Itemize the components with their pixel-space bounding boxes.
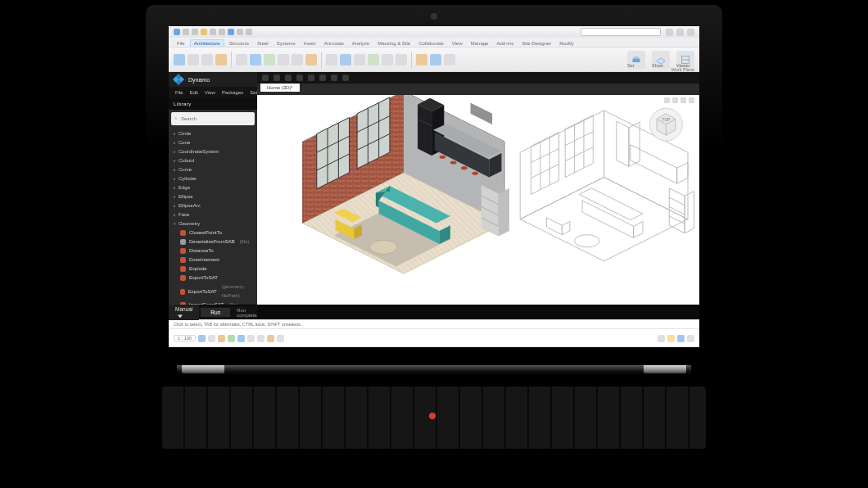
tree-category[interactable]: Circle bbox=[174, 129, 257, 138]
ribbon-tab[interactable]: Collaborate bbox=[415, 40, 447, 47]
menu-item[interactable]: View bbox=[205, 90, 215, 95]
tree-category[interactable]: Face bbox=[174, 210, 257, 219]
graph-canvas[interactable]: TOP bbox=[257, 95, 699, 305]
menu-item[interactable]: File bbox=[175, 90, 183, 95]
ribbon-button[interactable] bbox=[250, 54, 261, 66]
tree-node[interactable]: DoesIntersect bbox=[180, 255, 257, 264]
canvas-control[interactable] bbox=[672, 97, 678, 103]
status-icon[interactable] bbox=[208, 335, 215, 342]
canvas-control[interactable] bbox=[664, 97, 670, 103]
tree-category[interactable]: Cylinder bbox=[174, 174, 257, 183]
qat-icon[interactable] bbox=[237, 29, 243, 35]
ribbon-tab[interactable]: Massing & Site bbox=[374, 40, 414, 47]
ribbon-button[interactable] bbox=[396, 54, 407, 66]
ribbon-tab[interactable]: Steel bbox=[254, 40, 272, 47]
status-icon[interactable] bbox=[667, 335, 675, 342]
menu-item[interactable]: Packages bbox=[222, 90, 243, 95]
ribbon-button[interactable] bbox=[340, 54, 351, 66]
ribbon-tab[interactable]: Site Designer bbox=[518, 40, 554, 47]
ribbon-button[interactable] bbox=[444, 54, 455, 66]
run-button[interactable]: Run bbox=[201, 308, 230, 317]
canvas-control[interactable] bbox=[689, 97, 694, 103]
ribbon-tab[interactable]: Insert bbox=[301, 40, 319, 47]
qat-icon[interactable] bbox=[174, 29, 180, 35]
status-icon[interactable] bbox=[687, 335, 694, 342]
ribbon-button[interactable] bbox=[292, 54, 303, 66]
qat-icon[interactable] bbox=[201, 29, 207, 35]
status-icon[interactable] bbox=[277, 335, 284, 342]
status-icon[interactable] bbox=[267, 335, 274, 342]
qat-icon[interactable] bbox=[228, 29, 234, 35]
status-icon[interactable] bbox=[257, 335, 264, 342]
status-icon[interactable] bbox=[228, 335, 235, 342]
library-tree[interactable]: CircleConeCoordinateSystemCuboidCurveCyl… bbox=[169, 128, 257, 305]
ribbon-button[interactable] bbox=[416, 54, 427, 66]
ribbon-tab[interactable]: Architecture bbox=[190, 39, 224, 47]
ribbon-button[interactable] bbox=[264, 54, 275, 66]
ribbon-tab[interactable]: Add-Ins bbox=[493, 40, 517, 47]
toolbar-icon[interactable] bbox=[331, 75, 337, 81]
ribbon-button[interactable] bbox=[326, 54, 337, 66]
canvas-control[interactable] bbox=[680, 97, 686, 103]
toolbar-icon[interactable] bbox=[319, 75, 326, 81]
status-icon[interactable] bbox=[198, 335, 206, 342]
tree-node[interactable]: DistanceTo bbox=[180, 246, 257, 255]
qat-icon[interactable] bbox=[183, 29, 189, 35]
toolbar-icon[interactable] bbox=[342, 75, 349, 81]
view-scale[interactable]: 1 : 100 bbox=[174, 335, 196, 341]
toolbar-icon[interactable] bbox=[274, 75, 280, 81]
tree-node[interactable]: Explode bbox=[180, 264, 257, 273]
tree-category[interactable]: Cuboid bbox=[174, 156, 257, 165]
graph-tab[interactable]: Home (3D)* bbox=[260, 84, 300, 92]
toolbar-icon[interactable] bbox=[308, 75, 314, 81]
ribbon-button[interactable] bbox=[174, 54, 185, 66]
ribbon-tab[interactable]: Modify bbox=[556, 40, 577, 47]
ribbon-button[interactable] bbox=[368, 54, 379, 66]
status-icon[interactable] bbox=[658, 335, 665, 342]
close-button[interactable] bbox=[687, 29, 694, 36]
ribbon-button[interactable] bbox=[201, 54, 213, 66]
tree-node[interactable]: ExportToSAT(geometry, filePath) bbox=[180, 282, 257, 300]
ribbon-button[interactable] bbox=[236, 54, 247, 66]
status-icon[interactable] bbox=[237, 335, 245, 342]
tree-category[interactable]: Curve bbox=[174, 165, 257, 174]
tree-category[interactable]: EllipseArc bbox=[174, 201, 257, 210]
ribbon-tab[interactable]: View bbox=[449, 40, 466, 47]
maximize-button[interactable] bbox=[676, 29, 684, 36]
ribbon-tab[interactable]: Systems bbox=[274, 40, 299, 47]
ribbon-button[interactable] bbox=[215, 54, 227, 66]
toolbar-icon[interactable] bbox=[296, 75, 303, 81]
ribbon-button[interactable] bbox=[305, 54, 317, 66]
ribbon-tab[interactable]: Annotate bbox=[321, 40, 347, 47]
toolbar-icon[interactable] bbox=[285, 75, 292, 81]
qat-icon[interactable] bbox=[210, 29, 216, 35]
library-search-input[interactable] bbox=[178, 115, 251, 122]
qat-icon[interactable] bbox=[219, 29, 225, 35]
ribbon-tab[interactable]: Analyze bbox=[349, 40, 373, 47]
ribbon-tab[interactable]: File bbox=[174, 40, 188, 47]
qat-icon[interactable] bbox=[246, 29, 252, 35]
ribbon-tab[interactable]: Manage bbox=[468, 40, 492, 47]
ribbon-tab[interactable]: Structure bbox=[226, 40, 252, 47]
status-icon[interactable] bbox=[677, 335, 685, 342]
tree-category[interactable]: CoordinateSystem bbox=[174, 147, 257, 156]
ribbon-button[interactable] bbox=[278, 54, 289, 66]
tree-node[interactable]: DeserializeFromSAB(file) bbox=[180, 237, 257, 246]
ribbon-button[interactable] bbox=[430, 54, 441, 66]
tree-category[interactable]: Cone bbox=[174, 138, 257, 147]
ribbon-button[interactable] bbox=[188, 54, 199, 66]
status-icon[interactable] bbox=[218, 335, 225, 342]
tree-category[interactable]: Edge bbox=[174, 183, 257, 192]
ribbon-button[interactable] bbox=[382, 54, 393, 66]
toolbar-icon[interactable] bbox=[262, 75, 269, 81]
tree-node[interactable]: ClosestPointTo bbox=[180, 228, 257, 237]
tree-node[interactable]: ExportToSAT bbox=[180, 273, 257, 282]
minimize-button[interactable] bbox=[666, 29, 673, 36]
run-mode-dropdown[interactable]: Manual bbox=[169, 305, 199, 319]
tree-category[interactable]: Geometry bbox=[174, 219, 257, 228]
menu-item[interactable]: Edit bbox=[190, 90, 198, 95]
tree-category[interactable]: Ellipse bbox=[174, 192, 257, 201]
ribbon-search-input[interactable] bbox=[581, 28, 661, 36]
ribbon-button[interactable] bbox=[354, 54, 365, 66]
qat-icon[interactable] bbox=[192, 29, 198, 35]
